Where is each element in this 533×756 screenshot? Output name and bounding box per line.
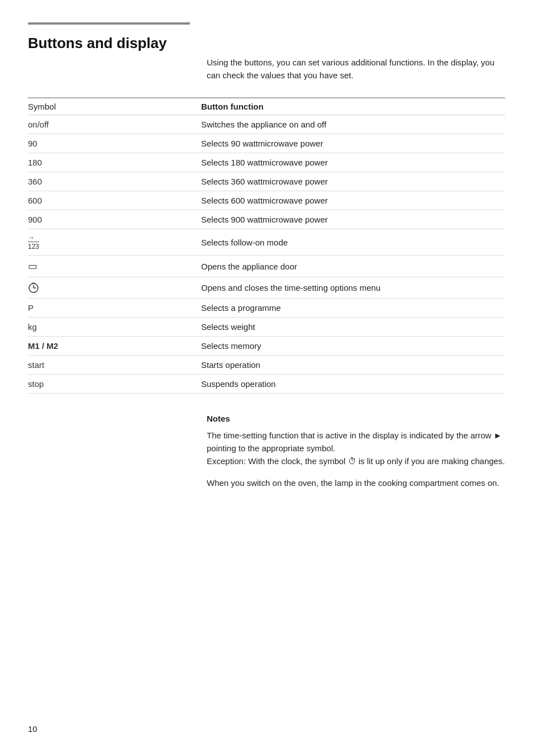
function-cell: Selects 360 wattmicrowave power xyxy=(201,172,505,191)
function-cell: Selects 600 wattmicrowave power xyxy=(201,191,505,210)
page-title: Buttons and display xyxy=(28,22,505,52)
col-symbol-header: Symbol xyxy=(28,98,201,115)
function-cell: Selects 90 wattmicrowave power xyxy=(201,134,505,153)
symbol-cell xyxy=(28,277,201,299)
title-bar xyxy=(28,22,190,25)
symbol-cell: on/off xyxy=(28,115,201,134)
page-number: 10 xyxy=(28,724,37,734)
function-cell: Suspends operation xyxy=(201,374,505,393)
symbol-cell: ▭ xyxy=(28,256,201,277)
function-cell: Selects 180 wattmicrowave power xyxy=(201,153,505,172)
notes-title: Notes xyxy=(207,414,505,423)
symbol-cell: stop xyxy=(28,374,201,393)
function-cell: Starts operation xyxy=(201,355,505,374)
symbol-cell: 360 xyxy=(28,172,201,191)
function-cell: Selects memory xyxy=(201,336,505,355)
col-function-header: Button function xyxy=(201,98,505,115)
table-row: 600Selects 600 wattmicrowave power xyxy=(28,191,505,210)
table-row: ▭Opens the appliance door xyxy=(28,256,505,277)
table-row: 900Selects 900 wattmicrowave power xyxy=(28,210,505,229)
table-row: kgSelects weight xyxy=(28,317,505,336)
table-row: startStarts operation xyxy=(28,355,505,374)
function-cell: Selects a programme xyxy=(201,298,505,317)
function-cell: Opens and closes the time-setting option… xyxy=(201,277,505,299)
symbols-table: Symbol Button function on/offSwitches th… xyxy=(28,97,505,394)
notes-para-1: The time-setting function that is active… xyxy=(207,429,505,468)
symbol-cell: M1 / M2 xyxy=(28,336,201,355)
table-row: 90Selects 90 wattmicrowave power xyxy=(28,134,505,153)
intro-text: Using the buttons, you can set various a… xyxy=(207,56,505,82)
symbol-cell: P xyxy=(28,298,201,317)
symbol-cell: start xyxy=(28,355,201,374)
symbol-cell: →123 xyxy=(28,229,201,256)
symbol-cell: 600 xyxy=(28,191,201,210)
function-cell: Switches the appliance on and off xyxy=(201,115,505,134)
notes-section: Notes The time-setting function that is … xyxy=(207,414,505,490)
function-cell: Selects weight xyxy=(201,317,505,336)
function-cell: Opens the appliance door xyxy=(201,256,505,277)
table-row: Opens and closes the time-setting option… xyxy=(28,277,505,299)
function-cell: Selects 900 wattmicrowave power xyxy=(201,210,505,229)
function-cell: Selects follow-on mode xyxy=(201,229,505,256)
symbol-cell: 180 xyxy=(28,153,201,172)
symbol-cell: kg xyxy=(28,317,201,336)
table-row: →123Selects follow-on mode xyxy=(28,229,505,256)
table-row: M1 / M2Selects memory xyxy=(28,336,505,355)
symbol-cell: 90 xyxy=(28,134,201,153)
table-row: 360Selects 360 wattmicrowave power xyxy=(28,172,505,191)
table-row: on/offSwitches the appliance on and off xyxy=(28,115,505,134)
symbol-cell: 900 xyxy=(28,210,201,229)
table-row: stopSuspends operation xyxy=(28,374,505,393)
table-row: 180Selects 180 wattmicrowave power xyxy=(28,153,505,172)
table-row: PSelects a programme xyxy=(28,298,505,317)
notes-para-2: When you switch on the oven, the lamp in… xyxy=(207,476,505,489)
